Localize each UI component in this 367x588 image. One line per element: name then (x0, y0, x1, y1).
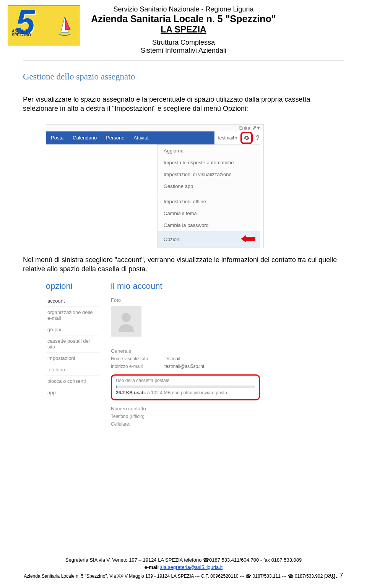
user-label: testmail (218, 135, 234, 141)
nome-visualizzato-key: Nome visualizzato: (111, 356, 157, 361)
settings-dropdown: Aggiorna Imposta le risposte automatiche… (157, 144, 260, 248)
sidebar-item-gruppi[interactable]: gruppi (46, 324, 99, 335)
chevron-down-icon: ▾ (235, 135, 237, 141)
email-link[interactable]: sia.segreteria@asl5.liguria.it (160, 564, 223, 570)
page-label: pag. (324, 572, 339, 579)
user-menu[interactable]: testmail ▾ (218, 135, 238, 141)
indirizzo-key: Indirizzo e-mail: (111, 364, 157, 369)
row-nome-visualizzato: Nome visualizzato: testmail (111, 356, 260, 361)
wrench-icon (252, 125, 257, 131)
nav-persone[interactable]: Persone (101, 135, 129, 141)
arrow-left-icon (241, 234, 256, 245)
paragraph-1: Per visualizzare lo spazio assegnato e l… (23, 95, 340, 113)
menu-opzioni-label: Opzioni (164, 236, 180, 242)
chevron-down-icon: ▾ (257, 125, 260, 131)
sidebar-item-app[interactable]: app (46, 387, 99, 398)
gear-icon (244, 135, 250, 141)
menu-password[interactable]: Cambia la password (158, 219, 260, 231)
logo-label: ASL N. 5 SPEZZINO (12, 29, 31, 37)
uso-line: 26.2 KB usati. A 102.4 MB non potrai più… (116, 390, 255, 395)
menu-aggiorna[interactable]: Aggiorna (158, 145, 260, 157)
footer: Segreteria SIA via V. Veneto 197 – 19124… (23, 555, 344, 580)
sidebar-item-organizzazione[interactable]: organizzazione delle e-mail (46, 306, 99, 324)
header-line5: Sistemi Informativi Aziendali (23, 47, 344, 55)
usage-bar-fill (116, 386, 117, 388)
logo-text-2: SPEZZINO (12, 33, 31, 37)
help-icon[interactable]: ? (256, 134, 260, 141)
sail-icon (53, 15, 76, 38)
footer-line3: Azienda Sanitaria Locale n. 5 "Spezzino"… (23, 571, 344, 580)
nav-posta[interactable]: Posta (46, 135, 68, 141)
document-body: Gestione dello spazio assegnato Per visu… (0, 60, 367, 427)
footer-text: Segreteria SIA via V. Veneto 197 – 19124… (23, 557, 344, 580)
navbar: Posta Calendario Persone Attività testma… (46, 131, 263, 144)
usage-bar (116, 386, 255, 388)
menu-gestione-app[interactable]: Gestione app (158, 180, 260, 192)
options-sidebar: opzioni account organizzazione delle e-m… (46, 281, 99, 427)
menu-tema[interactable]: Cambia il tema (158, 207, 260, 219)
cellulare-key: Cellulare: (111, 421, 157, 427)
generale-label: Generale (111, 348, 260, 354)
nav-attivita[interactable]: Attività (129, 135, 153, 141)
sidebar-item-telefono[interactable]: telefono (46, 364, 99, 375)
sidebar-item-account[interactable]: account (46, 295, 99, 306)
menu-risposte-automatiche[interactable]: Imposta le risposte automatiche (158, 157, 260, 168)
screenshot-account: opzioni account organizzazione delle e-m… (46, 281, 260, 427)
account-main: il mio account Foto Generale Nome visual… (111, 281, 260, 427)
menu-visualizzazione[interactable]: Impostazioni di visualizzazione (158, 168, 260, 180)
menu-separator (158, 194, 260, 194)
uso-bold: 26.2 KB usati. (116, 390, 146, 395)
account-title: il mio account (111, 281, 260, 291)
page-number: 7 (339, 572, 343, 579)
email-label: e-mail (145, 564, 159, 570)
footer-rule (23, 555, 344, 555)
topbar: Entra ▾ (46, 125, 263, 131)
footer-line2: e-mail sia.segreteria@asl5.liguria.it (23, 564, 344, 571)
sidebar-title: opzioni (46, 281, 99, 291)
section-title: Gestione dello spazio assegnato (23, 72, 344, 82)
sidebar-item-blocca[interactable]: blocca o consenti (46, 375, 99, 387)
nome-visualizzato-value: testmail (164, 356, 180, 361)
screenshot-dropdown: Entra ▾ Posta Calendario Persone Attivit… (46, 124, 264, 248)
person-icon (115, 310, 138, 333)
svg-point-0 (122, 313, 131, 322)
indirizzo-value: testmail@asl5sp.int (164, 364, 204, 369)
avatar-placeholder (111, 306, 141, 337)
row-cellulare: Cellulare: (111, 421, 260, 427)
settings-button-highlighted[interactable] (240, 132, 253, 144)
logo: 5 ASL N. 5 SPEZZINO (8, 5, 80, 45)
nav-calendario[interactable]: Calendario (68, 135, 101, 141)
mailbox-usage-highlighted: Uso della cassetta postale 26.2 KB usati… (111, 374, 260, 400)
numeri-contatto-label: Numeri contatto (111, 406, 260, 411)
sidebar-item-impostazioni[interactable]: impostazioni (46, 352, 99, 364)
row-indirizzo-email: Indirizzo e-mail: testmail@asl5sp.int (111, 364, 260, 369)
footer-line3-text: Azienda Sanitaria Locale n. 5 "Spezzino"… (24, 573, 324, 579)
sidebar-item-cassette[interactable]: cassette postali del sito (46, 335, 99, 352)
letterhead: 5 ASL N. 5 SPEZZINO Servizio Sanitario N… (0, 0, 367, 55)
row-telefono-ufficio: Telefono (ufficio): (111, 414, 260, 419)
telefono-ufficio-key: Telefono (ufficio): (111, 414, 157, 419)
footer-line1: Segreteria SIA via V. Veneto 197 – 19124… (23, 557, 344, 564)
navbar-right: testmail ▾ ? (214, 131, 263, 144)
menu-opzioni-highlighted[interactable]: Opzioni (158, 231, 260, 248)
uso-rest: A 102.4 MB non potrai più inviare posta. (146, 390, 228, 395)
foto-label: Foto (111, 297, 260, 303)
entra-label: Entra (239, 125, 250, 131)
paragraph-2: Nel menù di sinistra scegliere "account"… (23, 255, 340, 274)
uso-label: Uso della cassetta postale (116, 378, 255, 383)
menu-offline[interactable]: Impostazioni offline (158, 196, 260, 207)
